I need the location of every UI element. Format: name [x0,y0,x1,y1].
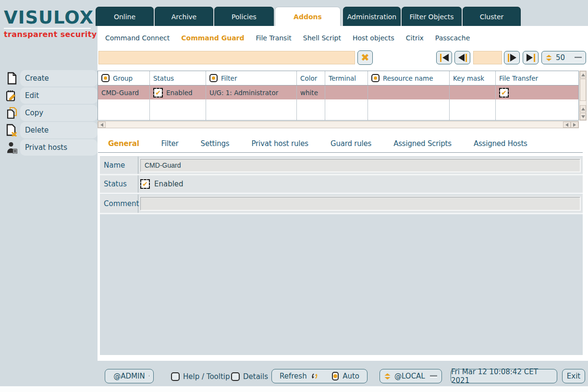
search-input[interactable] [98,51,355,64]
vertical-scroll-thumb[interactable] [580,79,586,101]
radio-icon[interactable] [209,74,218,82]
tab-administration[interactable]: Administration [343,7,401,26]
tab-settings[interactable]: Settings [201,139,230,148]
page-number-input[interactable] [473,51,502,64]
subnav-command-guard[interactable]: Command Guard [181,34,244,42]
name-label: Name [100,157,138,174]
edit-pencil-icon [5,89,19,102]
col-header-status[interactable]: Status [150,71,206,85]
tab-assigned-scripts[interactable]: Assigned Scripts [393,139,452,148]
sidebar-item-delete[interactable]: Delete [0,122,98,139]
refresh-icon[interactable] [311,371,318,381]
status-value: Enabled [154,180,184,188]
col-header-resource-name[interactable]: Resource name [368,71,450,85]
addons-subnav: Command Connect Command Guard File Trans… [105,33,470,43]
subnav-file-transit[interactable]: File Transit [256,34,292,42]
subnav-citrix[interactable]: Citrix [406,34,424,42]
dropdown-handle-icon [575,57,582,59]
subnav-command-connect[interactable]: Command Connect [105,34,170,42]
scroll-down-button[interactable] [580,113,586,120]
scroll-up-button[interactable] [580,71,586,78]
table-empty-row [98,99,578,120]
arrow-left-icon [100,123,103,127]
help-tooltip-option: Help / Tooltip [171,372,230,381]
last-page-icon [527,54,533,61]
user-host-icon [5,141,19,154]
table-header-row: Group Status Filter Color Terminal Resou… [98,71,578,86]
detail-form-panel: Name Status ✔ Enabled Comment [100,156,583,355]
tab-cluster[interactable]: Cluster [463,7,521,26]
copy-documents-icon [5,106,19,120]
sidebar-item-label: Create [20,70,98,86]
sidebar-item-copy[interactable]: Copy [0,104,98,122]
status-checkbox[interactable]: ✔ [140,179,150,189]
detail-divider [98,152,583,153]
exit-button[interactable]: Exit [562,369,585,383]
cell-color: white [297,86,325,99]
page-size-value: 50 [556,53,571,62]
scroll-left-button-2[interactable] [563,122,571,128]
comment-field[interactable] [140,197,580,210]
clear-search-button[interactable]: ✖ [357,50,373,65]
auto-label: Auto [343,372,359,380]
col-header-file-transfer[interactable]: File Transfer [496,71,578,85]
tab-filter[interactable]: Filter [161,139,179,148]
tab-general[interactable]: General [108,139,139,148]
subnav-host-objects[interactable]: Host objects [353,34,394,42]
col-header-terminal[interactable]: Terminal [325,71,368,85]
close-icon: ✖ [361,52,369,63]
prev-page-button[interactable] [454,51,470,64]
first-page-button[interactable] [436,51,452,64]
subnav-passcache[interactable]: Passcache [435,34,470,42]
col-header-group[interactable]: Group [98,71,150,85]
refresh-group: Refresh Auto [271,369,368,383]
arrow-up-icon [581,74,585,76]
radio-icon[interactable] [101,74,110,82]
logo-divider [4,28,91,29]
tab-policies[interactable]: Policies [214,7,274,26]
comment-label: Comment [100,195,138,213]
table-row[interactable]: CMD-Guard ✔ Enabled U/G: 1: Administrato… [98,86,578,99]
col-header-color[interactable]: Color [297,71,325,85]
name-field[interactable] [140,159,580,172]
cell-file-transfer: ✔ [496,86,578,99]
tab-privat-host-rules[interactable]: Privat host rules [252,139,308,148]
details-option: Details [231,372,268,381]
details-checkbox[interactable] [231,372,240,381]
sidebar-item-create[interactable]: Create [0,70,98,87]
scroll-right-button[interactable] [571,122,578,128]
table-horizontal-scrollbar[interactable] [98,121,579,128]
help-tooltip-checkbox[interactable] [171,372,180,381]
tab-online[interactable]: Online [96,7,154,26]
logo-title: VISULOX [4,9,97,26]
tab-filter-objects[interactable]: Filter Objects [402,7,462,26]
tab-archive[interactable]: Archive [155,7,213,26]
tab-addons[interactable]: Addons [275,7,341,26]
auto-radio[interactable] [332,372,339,380]
sidebar-item-privat-hosts[interactable]: Privat hosts [0,139,98,156]
page-size-dropdown[interactable]: 50 [541,51,586,64]
next-page-icon [508,54,509,62]
scroll-up-button-2[interactable] [580,105,586,112]
radio-icon[interactable] [371,74,380,82]
arrow-left-icon [565,123,568,127]
arrow-up-icon [581,108,585,110]
sidebar-item-label: Copy [20,105,98,121]
col-header-key-mask[interactable]: Key mask [450,71,496,85]
tab-guard-rules[interactable]: Guard rules [331,139,371,148]
table-vertical-scrollbar[interactable] [579,71,587,121]
sidebar-item-edit[interactable]: Edit [0,87,98,104]
cell-status: ✔ Enabled [150,86,206,99]
next-page-button[interactable] [504,51,520,64]
col-header-filter[interactable]: Filter [206,71,297,85]
refresh-button[interactable]: Refresh [280,372,307,380]
sidebar-item-label: Delete [20,122,98,138]
local-scope-value: @LOCAL [394,372,426,380]
tab-assigned-hosts[interactable]: Assigned Hosts [474,139,527,148]
last-page-button[interactable] [523,51,539,64]
bottom-strip [0,386,588,392]
local-scope-dropdown[interactable]: @LOCAL [380,369,442,383]
subnav-shell-script[interactable]: Shell Script [303,34,341,42]
admin-scope-dropdown[interactable]: @ADMIN [105,369,154,383]
scroll-left-button[interactable] [98,122,106,128]
